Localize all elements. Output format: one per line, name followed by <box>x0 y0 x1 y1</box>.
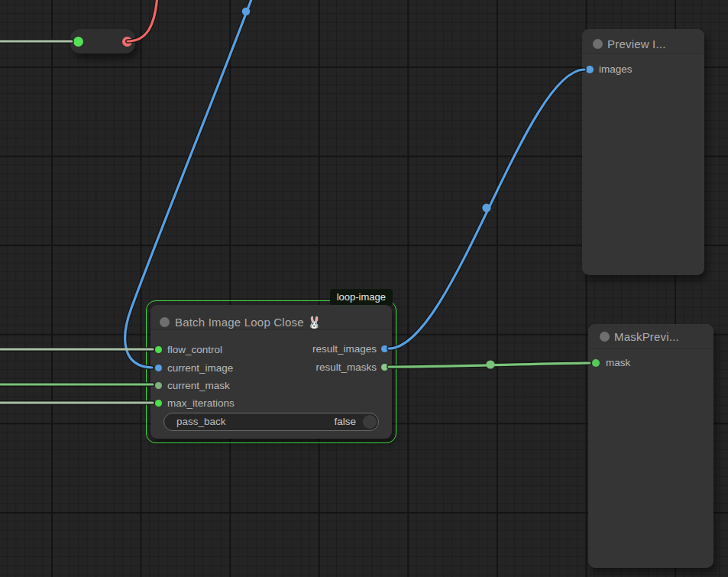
node-titlebar[interactable]: MaskPrevi... <box>588 324 713 349</box>
input-label-flow-control: flow_control <box>167 344 222 355</box>
input-dot-current-image[interactable] <box>155 365 162 371</box>
input-label-max-iterations: max_iterations <box>167 397 235 409</box>
toggle-knob-icon[interactable] <box>363 415 377 429</box>
link-dot-result-masks[interactable] <box>486 360 494 368</box>
collapsed-node-input-dot[interactable] <box>73 37 83 47</box>
input-dot-max-iterations[interactable] <box>155 400 162 407</box>
link-dot-current-image[interactable] <box>242 8 250 15</box>
collapse-toggle-icon[interactable] <box>160 317 170 327</box>
collapse-toggle-icon[interactable] <box>600 332 610 342</box>
link-dot-result-images[interactable] <box>482 203 490 212</box>
collapse-toggle-icon[interactable] <box>593 39 603 49</box>
node-title: Preview I... <box>607 37 666 50</box>
input-dot-flow-control[interactable] <box>155 346 162 353</box>
output-dot-result-masks[interactable] <box>381 364 388 371</box>
batch-image-loop-close-node[interactable]: loop-image Batch Image Loop Close 🐰 flow… <box>150 305 392 439</box>
node-titlebar[interactable]: Batch Image Loop Close 🐰 <box>150 305 392 330</box>
collapsed-node-output-dot[interactable] <box>122 37 132 47</box>
input-dot-current-mask[interactable] <box>155 382 162 389</box>
input-label-current-image: current_image <box>167 362 233 374</box>
node-title: MaskPrevi... <box>614 330 679 343</box>
wire-result-images-to-preview <box>389 70 584 348</box>
node-titlebar[interactable]: Preview I... <box>582 29 704 54</box>
widget-value: false <box>334 416 356 427</box>
node-graph-canvas[interactable]: { "collapsed_node": { "input_color": "#5… <box>0 0 728 577</box>
preview-image-node[interactable]: Preview I... images <box>582 29 704 275</box>
collapsed-node[interactable] <box>70 29 135 53</box>
output-dot-result-images[interactable] <box>381 345 388 352</box>
node-title: Batch Image Loop Close 🐰 <box>175 316 322 329</box>
node-title-badge: loop-image <box>330 289 393 306</box>
input-label-images: images <box>599 63 633 75</box>
input-dot-images[interactable] <box>586 66 594 73</box>
output-label-result-images: result_images <box>312 343 377 355</box>
input-label-mask: mask <box>606 357 630 368</box>
wire-result-masks-to-mask-preview <box>389 363 590 367</box>
input-dot-mask[interactable] <box>592 359 600 367</box>
pass-back-toggle-widget[interactable]: pass_back false <box>163 413 379 431</box>
output-label-result-masks: result_masks <box>315 361 377 373</box>
input-label-current-mask: current_mask <box>167 380 230 391</box>
widget-label: pass_back <box>176 416 226 427</box>
mask-preview-node[interactable]: MaskPrevi... mask <box>588 324 713 568</box>
